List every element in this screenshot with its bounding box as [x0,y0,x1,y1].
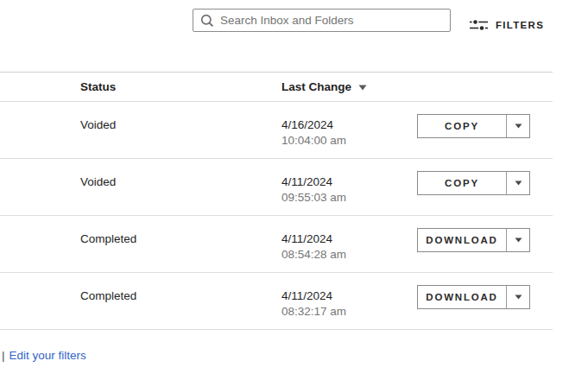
row-date: 4/11/2024 [281,288,417,304]
row-action-cell: COPY [417,102,553,158]
action-button[interactable]: COPY [418,172,506,194]
results-table: Status Last Change Voided 4/16/2024 10:0… [0,72,553,330]
action-dropdown-toggle[interactable] [506,286,529,308]
edit-filters-link[interactable]: Edit your filters [9,349,86,362]
row-last-change: 4/16/2024 10:04:00 am [281,102,417,158]
row-time: 10:04:00 am [281,133,417,149]
row-date: 4/11/2024 [281,174,417,190]
filters-button[interactable]: FILTERS [470,16,544,34]
row-time: 09:55:03 am [281,190,417,206]
row-time: 08:54:28 am [281,247,417,263]
row-spacer [0,216,80,272]
footer-separator: | [2,349,5,362]
table-row: Voided 4/11/2024 09:55:03 am COPY [0,159,553,216]
action-button[interactable]: DOWNLOAD [418,286,506,308]
action-split-button: DOWNLOAD [417,285,530,309]
row-last-change: 4/11/2024 08:32:17 am [281,273,417,329]
table-row: Voided 4/16/2024 10:04:00 am COPY [0,102,553,159]
row-action-cell: COPY [417,159,553,215]
sort-desc-icon [358,85,367,91]
footer: | Edit your filters [2,349,86,362]
filters-sliders-icon [470,18,489,32]
chevron-down-icon [515,180,522,186]
header-last-change[interactable]: Last Change [281,80,417,93]
action-split-button: DOWNLOAD [417,228,530,252]
row-spacer [0,273,80,329]
action-dropdown-toggle[interactable] [506,115,529,137]
action-split-button: COPY [417,171,530,195]
header-last-change-label: Last Change [281,80,351,93]
header-status: Status [80,80,281,93]
chevron-down-icon [515,294,522,300]
action-dropdown-toggle[interactable] [506,172,529,194]
row-action-cell: DOWNLOAD [417,273,553,329]
search-icon [200,14,214,28]
row-date: 4/16/2024 [281,117,417,133]
chevron-down-icon [515,238,522,243]
search-box[interactable] [193,9,451,32]
row-status: Completed [80,273,281,329]
row-status: Voided [80,102,281,158]
chevron-down-icon [515,124,522,129]
row-status: Completed [80,216,281,272]
action-button[interactable]: DOWNLOAD [418,229,506,251]
row-last-change: 4/11/2024 08:54:28 am [281,216,417,272]
table-row: Completed 4/11/2024 08:54:28 am DOWNLOAD [0,216,553,273]
row-status: Voided [80,159,281,215]
table-body: Voided 4/16/2024 10:04:00 am COPY Voided… [0,102,553,330]
action-dropdown-toggle[interactable] [506,229,529,251]
search-input[interactable] [220,14,450,27]
table-row: Completed 4/11/2024 08:32:17 am DOWNLOAD [0,273,553,330]
row-time: 08:32:17 am [281,304,417,320]
row-spacer [0,102,80,158]
row-action-cell: DOWNLOAD [417,216,553,272]
row-date: 4/11/2024 [281,231,417,247]
row-last-change: 4/11/2024 09:55:03 am [281,159,417,215]
filters-label: FILTERS [496,20,544,30]
action-button[interactable]: COPY [418,115,506,137]
action-split-button: COPY [417,114,530,138]
inbox-screen: FILTERS Status Last Change Voided 4/16/2… [0,0,588,380]
row-spacer [0,159,80,215]
table-header: Status Last Change [0,72,553,102]
